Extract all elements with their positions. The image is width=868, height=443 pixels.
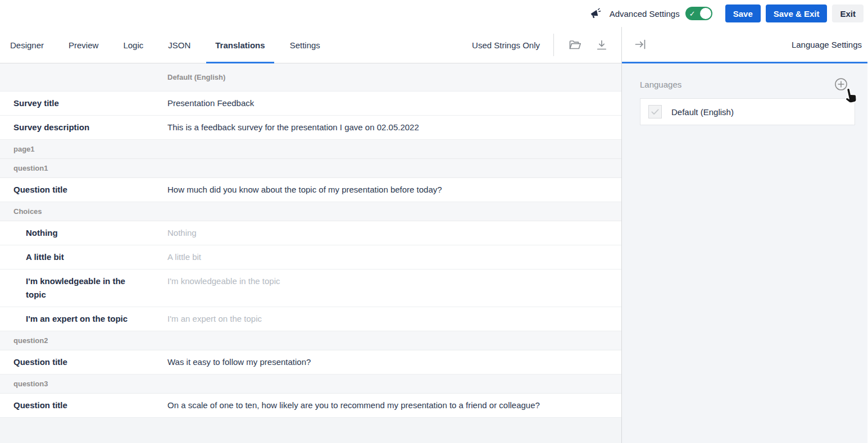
language-list-item: Default (English)	[640, 98, 855, 125]
language-column-header: Default (English)	[154, 63, 621, 91]
string-label: I'm an expert on the topic	[0, 307, 154, 331]
string-label: Question title	[0, 178, 154, 202]
used-strings-only-control[interactable]: Used Strings Only	[472, 40, 540, 50]
language-name: Default (English)	[671, 107, 734, 117]
translation-row: NothingNothing	[0, 221, 621, 245]
import-folder-icon[interactable]	[567, 38, 582, 52]
toggle-knob	[700, 8, 711, 19]
translation-value-input[interactable]: Nothing	[154, 221, 621, 245]
announcement-icon[interactable]	[588, 7, 602, 20]
collapse-panel-icon[interactable]	[633, 37, 648, 52]
group-header-row: page1	[0, 140, 621, 159]
group-header-row: question3	[0, 375, 621, 394]
panel-title: Language Settings	[792, 40, 862, 49]
save-button[interactable]: Save	[725, 4, 761, 22]
translation-value-input[interactable]: Was it easy to follow my presentation?	[154, 350, 621, 374]
table-header-row: Default (English)	[0, 63, 621, 92]
tab-designer[interactable]: Designer	[1, 27, 53, 63]
add-language-button[interactable]	[834, 77, 848, 92]
exit-button[interactable]: Exit	[832, 4, 864, 22]
translations-toolbar: Used Strings Only	[472, 27, 621, 63]
translation-row: Survey descriptionThis is a feedback sur…	[0, 116, 621, 140]
tab-preview[interactable]: Preview	[60, 27, 107, 63]
check-icon: ✓	[689, 10, 696, 17]
main-area: Designer Preview Logic JSON Translations…	[0, 27, 868, 443]
save-and-exit-button[interactable]: Save & Exit	[766, 4, 828, 22]
translation-row: I'm an expert on the topicI'm an expert …	[0, 307, 621, 331]
translation-value-input[interactable]: This is a feedback survey for the presen…	[154, 116, 621, 139]
string-label: Survey description	[0, 116, 154, 139]
tab-json[interactable]: JSON	[159, 27, 199, 63]
top-toolbar: Advanced Settings ✓ Save Save & Exit Exi…	[0, 0, 868, 27]
group-header-row: question1	[0, 159, 621, 178]
toolbar-divider	[553, 34, 554, 56]
panel-body: Languages Default (English)	[622, 63, 867, 443]
group-header-row: Choices	[0, 202, 621, 221]
translation-row: Question titleOn a scale of one to ten, …	[0, 394, 621, 418]
string-label: Question title	[0, 394, 154, 417]
translation-table: Default (English) Survey titlePresentati…	[0, 63, 621, 443]
translation-value-input[interactable]: A little bit	[154, 245, 621, 269]
string-label: I'm knowledgeable in the topic	[0, 270, 154, 307]
string-label: Nothing	[0, 221, 154, 245]
tab-logic[interactable]: Logic	[114, 27, 152, 63]
advanced-settings-toggle[interactable]: ✓	[685, 7, 712, 20]
tab-translations[interactable]: Translations	[206, 27, 274, 63]
header-spacer	[0, 63, 154, 91]
translation-row: Survey titlePresentation Feedback	[0, 92, 621, 116]
string-label: Survey title	[0, 92, 154, 115]
string-label: A little bit	[0, 245, 154, 269]
language-checkbox	[648, 105, 662, 118]
translation-row: A little bitA little bit	[0, 245, 621, 270]
translation-value-input[interactable]: How much did you know about the topic of…	[154, 178, 621, 202]
panel-header: Language Settings	[622, 27, 867, 63]
string-label: Question title	[0, 350, 154, 374]
export-download-icon[interactable]	[594, 38, 609, 52]
tab-bar: Designer Preview Logic JSON Translations…	[0, 27, 621, 63]
advanced-settings-label: Advanced Settings	[610, 9, 680, 19]
translation-value-input[interactable]: On a scale of one to ten, how likely are…	[154, 394, 621, 417]
language-settings-panel: Language Settings Languages Defaul	[622, 27, 867, 443]
languages-header: Languages	[640, 77, 855, 92]
translation-row: I'm knowledgeable in the topicI'm knowle…	[0, 270, 621, 307]
tab-settings[interactable]: Settings	[281, 27, 329, 63]
translation-value-input[interactable]: Presentation Feedback	[154, 92, 621, 115]
translation-value-input[interactable]: I'm an expert on the topic	[154, 307, 621, 331]
translations-pane: Designer Preview Logic JSON Translations…	[0, 27, 622, 443]
languages-label: Languages	[640, 80, 681, 89]
translation-row: Question titleHow much did you know abou…	[0, 178, 621, 202]
group-header-row: question2	[0, 331, 621, 350]
translation-value-input[interactable]: I'm knowledgeable in the topic	[154, 270, 621, 293]
translation-row: Question titleWas it easy to follow my p…	[0, 350, 621, 375]
